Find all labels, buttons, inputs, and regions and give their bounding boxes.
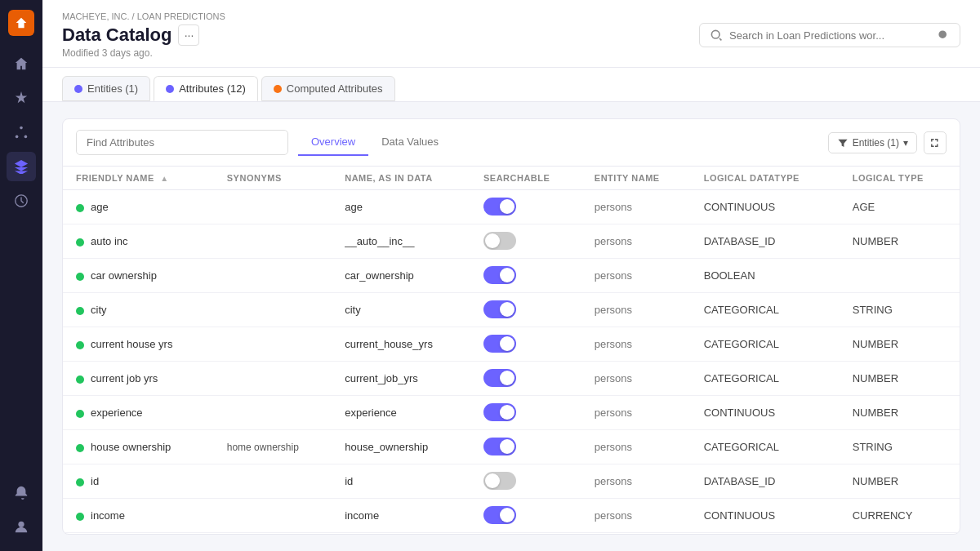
status-dot [76, 375, 84, 384]
cell-logical-datatype: CATEGORICAL [694, 327, 843, 362]
sidebar-item-network[interactable] [7, 118, 36, 147]
cell-synonyms [217, 362, 335, 396]
status-dot [76, 341, 84, 349]
cell-entity-name: persons [585, 533, 694, 535]
cell-name-in-data: id [335, 464, 474, 499]
cell-friendly-name: house ownership [63, 430, 217, 464]
searchable-toggle[interactable] [483, 472, 516, 490]
cell-logical-datatype: CONTINUOUS [694, 499, 843, 533]
attributes-table: FRIENDLY NAME ▲ SYNONYMS NAME, AS IN DAT… [63, 167, 960, 534]
tab-overview[interactable]: Overview [298, 129, 368, 156]
searchable-toggle[interactable] [483, 266, 516, 284]
cell-searchable [474, 224, 585, 259]
searchable-toggle[interactable] [483, 438, 516, 455]
table-row: current job yrscurrent_job_yrspersonsCAT… [63, 362, 960, 396]
entities-dot [74, 85, 82, 93]
cell-entity-name: persons [585, 190, 694, 224]
attributes-dot [166, 85, 174, 93]
attributes-table-wrap: FRIENDLY NAME ▲ SYNONYMS NAME, AS IN DAT… [63, 167, 960, 534]
col-name-in-data[interactable]: NAME, AS IN DATA [335, 167, 474, 190]
cell-logical-datatype: DATABASE_ID [694, 464, 843, 499]
searchable-toggle[interactable] [483, 198, 516, 216]
cell-searchable [474, 499, 585, 533]
status-dot [76, 444, 84, 452]
cell-synonyms [217, 533, 335, 535]
col-synonyms[interactable]: SYNONYMS [217, 167, 335, 190]
cell-searchable [474, 259, 585, 293]
tab-entities[interactable]: Entities (1) [62, 76, 150, 101]
toggle-knob [485, 473, 500, 488]
computed-dot [274, 85, 282, 93]
toggle-knob [500, 302, 514, 317]
sidebar-item-home[interactable] [7, 49, 36, 78]
cell-logical-type: NUMBER [843, 396, 960, 430]
table-row: ididpersonsDATABASE_IDNUMBER [63, 464, 960, 499]
cell-searchable [474, 533, 585, 535]
cell-friendly-name: age [63, 190, 217, 224]
searchable-toggle[interactable] [483, 369, 516, 387]
searchable-toggle[interactable] [483, 300, 516, 318]
cell-logical-type: STRING [843, 293, 960, 327]
col-logical-datatype[interactable]: LOGICAL DATATYPE [694, 167, 843, 190]
searchable-toggle[interactable] [483, 506, 516, 524]
global-search[interactable] [699, 23, 960, 47]
cell-name-in-data: current_house_yrs [335, 327, 474, 362]
cell-name-in-data: car_ownership [335, 259, 474, 293]
header-menu-button[interactable]: ··· [178, 24, 199, 46]
table-row: experienceexperiencepersonsCONTINUOUSNUM… [63, 396, 960, 430]
sidebar-item-sparkle[interactable] [7, 83, 36, 113]
entities-filter-button[interactable]: Entities (1) ▾ [828, 132, 917, 153]
tab-computed-label: Computed Attributes [287, 82, 383, 95]
cell-synonyms [217, 464, 335, 499]
cell-searchable [474, 293, 585, 327]
cell-entity-name: persons [585, 362, 694, 396]
main-content: MACHEYE, INC. / LOAN PREDICTIONS Data Ca… [42, 0, 980, 551]
sidebar-item-history[interactable] [7, 186, 36, 216]
cell-logical-type: NUMBER [843, 362, 960, 396]
searchable-toggle[interactable] [483, 335, 516, 353]
cell-searchable [474, 464, 585, 499]
cell-logical-datatype: CATEGORICAL [694, 362, 843, 396]
cell-name-in-data: house_ownership [335, 430, 474, 464]
chevron-down-icon: ▾ [903, 137, 908, 149]
tab-data-values[interactable]: Data Values [368, 129, 452, 156]
expand-button[interactable] [924, 131, 947, 154]
cell-name-in-data: marital_status [335, 533, 474, 535]
header-left: MACHEYE, INC. / LOAN PREDICTIONS Data Ca… [62, 11, 225, 59]
sidebar-item-layers[interactable] [7, 152, 36, 181]
cell-friendly-name: id [63, 464, 217, 499]
cell-friendly-name: income [63, 499, 217, 533]
cell-friendly-name: experience [63, 396, 217, 430]
cell-entity-name: persons [585, 293, 694, 327]
col-logical-type[interactable]: LOGICAL TYPE [843, 167, 960, 190]
col-searchable[interactable]: SEARCHABLE [474, 167, 585, 190]
searchable-toggle[interactable] [483, 232, 516, 250]
toggle-knob [485, 233, 500, 248]
searchable-toggle[interactable] [483, 403, 516, 421]
cell-name-in-data: income [335, 499, 474, 533]
cell-entity-name: persons [585, 224, 694, 259]
sidebar-item-notifications[interactable] [7, 478, 36, 507]
cell-searchable [474, 396, 585, 430]
col-entity-name[interactable]: ENTITY NAME [585, 167, 694, 190]
sidebar-item-user[interactable] [7, 512, 36, 541]
cell-synonyms [217, 499, 335, 533]
cell-friendly-name: city [63, 293, 217, 327]
cell-friendly-name: auto inc [63, 224, 217, 259]
cell-friendly-name: current job yrs [63, 362, 217, 396]
tab-computed-attributes[interactable]: Computed Attributes [261, 76, 395, 101]
app-logo[interactable] [8, 10, 34, 36]
status-dot [76, 478, 84, 487]
tab-attributes[interactable]: Attributes (12) [154, 76, 258, 101]
expand-icon [929, 137, 941, 149]
find-attributes-input[interactable] [76, 130, 288, 155]
col-friendly-name[interactable]: FRIENDLY NAME ▲ [63, 167, 217, 190]
toggle-knob [500, 268, 514, 282]
cell-friendly-name: current house yrs [63, 327, 217, 362]
cell-logical-datatype: BOOLEAN [694, 533, 843, 535]
search-input[interactable] [729, 29, 930, 42]
cell-logical-type [843, 533, 960, 535]
table-row: auto inc__auto__inc__personsDATABASE_IDN… [63, 224, 960, 259]
cell-entity-name: persons [585, 499, 694, 533]
header-row: MACHEYE, INC. / LOAN PREDICTIONS Data Ca… [62, 11, 960, 59]
